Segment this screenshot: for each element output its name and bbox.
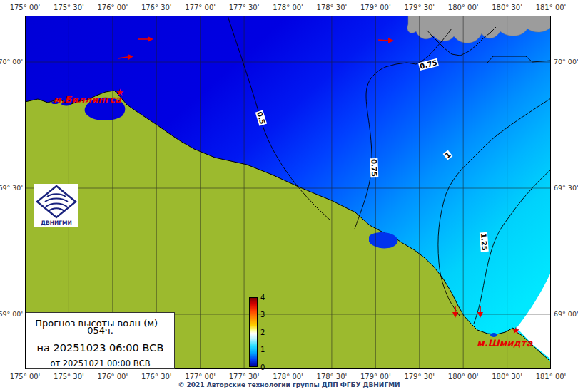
forecast-map-page: ★ ★ 0.5 0.75 0.75 1 1.25 м.Биллингса м.Ш…	[0, 0, 578, 392]
map-area: ★ ★ 0.5 0.75 0.75 1 1.25 м.Биллингса м.Ш…	[25, 16, 551, 369]
colorbar-tick-label: 2	[260, 329, 265, 336]
star-shmidta: ★	[512, 325, 520, 336]
axis-tick-label: 175° 30'	[54, 373, 84, 381]
axis-tick-label: 178° 00'	[273, 373, 303, 381]
axis-tick-label: 175° 30'	[54, 4, 84, 11]
axis-tick-label: 176° 00'	[97, 4, 128, 11]
forecast-valid-time: на 20251023 06:00 ВСВ	[26, 342, 174, 354]
axis-tick-label: 181° 00'	[536, 4, 567, 11]
axis-tick-label: 179° 00'	[360, 4, 391, 11]
axis-tick-label: 177° 00'	[185, 4, 216, 11]
axis-tick-label: 180° 30'	[492, 4, 522, 11]
axis-tick-label: 177° 30'	[229, 4, 260, 11]
axis-tick-label: 181° 00'	[536, 373, 567, 381]
axis-tick-label: 69° 00'	[0, 310, 23, 318]
axis-tick-label: 69° 30'	[0, 184, 23, 192]
place-label-billings: м.Биллингса	[54, 94, 121, 105]
axis-tick-label: 175° 00'	[10, 373, 41, 381]
axis-tick-label: 180° 00'	[448, 373, 479, 381]
lake-schmidt	[490, 333, 497, 337]
axis-tick-label: 178° 00'	[273, 4, 303, 11]
axis-tick-label: 180° 00'	[448, 4, 479, 11]
axis-tick-label: 178° 30'	[317, 4, 348, 11]
colorbar-tick-label: 1	[260, 346, 265, 354]
axis-tick-label: 179° 00'	[360, 373, 391, 381]
copyright-text: © 2021 Авторские технологии группы ДПП Ф…	[178, 381, 400, 388]
contour-label-0.75-left: 0.75	[370, 158, 378, 177]
colorbar-tick-label: 0	[260, 363, 265, 371]
axis-tick-label: 69° 30'	[554, 184, 578, 192]
axis-tick-label: 175° 00'	[10, 4, 41, 11]
logo-diamond-icon	[37, 186, 76, 217]
axis-tick-label: 177° 30'	[229, 373, 260, 381]
axis-tick-label: 179° 30'	[404, 373, 435, 381]
dvnigmi-logo: ДВНИГМИ	[34, 184, 78, 227]
logo-caption: ДВНИГМИ	[41, 220, 71, 226]
forecast-info-box: Прогноз высоты волн (м) – 054ч. на 20251…	[26, 312, 175, 369]
axis-tick-label: 69° 00'	[554, 310, 578, 318]
axis-tick-label: 180° 30'	[492, 373, 522, 381]
colorbar-tick-label: 4	[260, 294, 265, 301]
axis-tick-label: 177° 00'	[185, 373, 216, 381]
axis-tick-label: 179° 30'	[404, 4, 435, 11]
axis-tick-label: 70° 00'	[554, 58, 578, 66]
colorbar-tick-label: 3	[260, 311, 265, 319]
axis-tick-label: 176° 00'	[97, 373, 128, 381]
axis-tick-label: 178° 30'	[317, 373, 348, 381]
axis-tick-label: 70° 00'	[0, 58, 23, 66]
forecast-issue-time: от 20251021 00:00 ВСВ	[26, 359, 174, 368]
axis-tick-label: 176° 30'	[141, 4, 172, 11]
wave-height-colorbar	[249, 297, 258, 367]
contour-label-1.25: 1.25	[480, 232, 489, 252]
axis-tick-label: 176° 30'	[141, 373, 172, 381]
place-label-shmidta: м.Шмидта	[477, 338, 532, 349]
